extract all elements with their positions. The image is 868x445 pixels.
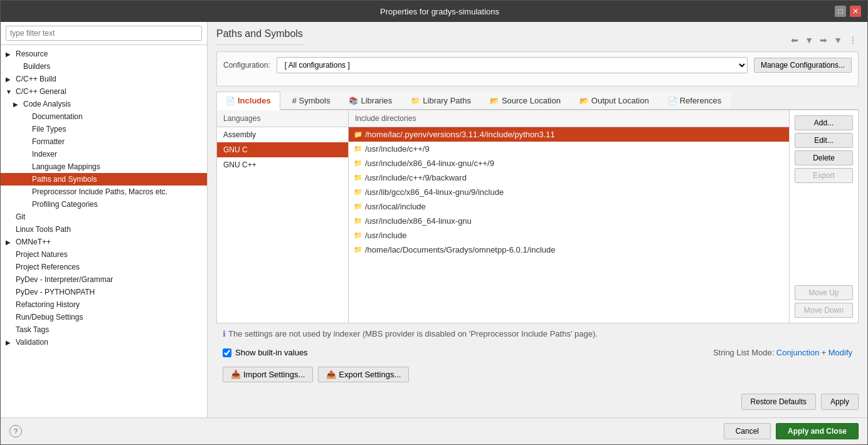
info-row: ℹ The settings are not used by indexer (… [216, 323, 859, 343]
tab-label-library-paths: Library Paths [423, 96, 471, 105]
sidebar-item-formatter[interactable]: Formatter [1, 135, 207, 148]
tree-label: Run/Debug Settings [16, 313, 83, 322]
include-path: /home/lac/Documents/Gradys/omnetpp-6.0.1… [365, 245, 556, 254]
tab-source-location[interactable]: 📂Source Location [480, 92, 570, 109]
sidebar-item-paths-and-symbols[interactable]: Paths and Symbols [1, 173, 207, 186]
manage-configurations-button[interactable]: Manage Configurations... [754, 58, 852, 73]
sidebar-item-builders[interactable]: Builders [1, 60, 207, 73]
sidebar-item-validation[interactable]: ▶Validation [1, 336, 207, 348]
include-item[interactable]: 📁/usr/include/c++/9/backward [349, 170, 789, 185]
dropdown-icon[interactable]: ▼ [803, 34, 815, 46]
show-builtin-label: Show built-in values [235, 348, 308, 357]
include-path: /usr/include/c++/9 [365, 144, 430, 154]
include-header: Include directories [349, 110, 789, 127]
tree-label: Resource [16, 50, 48, 58]
tree-label: Indexer [32, 150, 57, 159]
menu-icon[interactable]: ⋮ [847, 34, 859, 46]
modify-link[interactable]: Modify [828, 348, 852, 357]
tree-label: Formatter [32, 137, 65, 146]
import-settings-button[interactable]: 📥 Import Settings... [223, 367, 313, 382]
include-item[interactable]: 📁/home/lac/.pyenv/versions/3.11.4/includ… [349, 127, 789, 142]
include-path: /home/lac/.pyenv/versions/3.11.4/include… [365, 130, 555, 139]
include-item[interactable]: 📁/usr/include [349, 228, 789, 243]
sidebar-item-pydev-pythonpath[interactable]: PyDev - PYTHONPATH [1, 286, 207, 298]
import-icon: 📥 [231, 370, 241, 379]
include-path: /usr/include [365, 231, 406, 240]
include-item[interactable]: 📁/usr/include/x86_64-linux-gnu [349, 214, 789, 228]
sidebar-item-documentation[interactable]: Documentation [1, 110, 207, 123]
export-label: Export Settings... [339, 370, 401, 379]
export-icon: 📤 [326, 370, 336, 379]
sidebar-item-file-types[interactable]: File Types [1, 123, 207, 135]
tab-output-location[interactable]: 📂Output Location [570, 92, 659, 109]
conjunction-link[interactable]: Conjunction [776, 348, 820, 357]
include-item[interactable]: 📁/usr/include/c++/9 [349, 142, 789, 156]
sidebar-item-project-references[interactable]: Project References [1, 261, 207, 273]
export-button[interactable]: Export [795, 168, 853, 183]
tree-label: Refactoring History [16, 300, 80, 309]
sidebar-item-git[interactable]: Git [1, 211, 207, 223]
tab-references[interactable]: 📄References [659, 92, 731, 109]
sidebar: ▶ResourceBuilders▶C/C++ Build▼C/C++ Gene… [1, 22, 208, 417]
include-item[interactable]: 📁/home/lac/Documents/Gradys/omnetpp-6.0.… [349, 243, 789, 257]
tab-label-libraries: Libraries [361, 96, 392, 105]
tab-icon-includes: 📄 [226, 97, 235, 105]
tree: ▶ResourceBuilders▶C/C++ Build▼C/C++ Gene… [1, 45, 207, 417]
tab-includes[interactable]: 📄Includes [216, 92, 280, 110]
dropdown2-icon[interactable]: ▼ [832, 34, 844, 46]
lang-item-gnu-c[interactable]: GNU C [217, 142, 348, 157]
help-button[interactable]: ? [9, 425, 22, 437]
close-button[interactable]: ✕ [850, 6, 861, 17]
folder-icon: 📁 [354, 188, 363, 196]
edit-button[interactable]: Edit... [795, 133, 853, 148]
include-item[interactable]: 📁/usr/lib/gcc/x86_64-linux-gnu/9/include [349, 185, 789, 199]
apply-and-close-button[interactable]: Apply and Close [776, 423, 859, 439]
cancel-button[interactable]: Cancel [724, 423, 771, 439]
folder-icon: 📁 [354, 246, 363, 254]
sidebar-item-refactoring-history[interactable]: Refactoring History [1, 298, 207, 311]
maximize-button[interactable]: □ [835, 6, 846, 17]
sidebar-item-run-debug[interactable]: Run/Debug Settings [1, 311, 207, 323]
tab-icon-references: 📄 [668, 97, 677, 105]
restore-defaults-button[interactable]: Restore Defaults [741, 394, 816, 410]
tree-arrow: ▶ [6, 239, 13, 246]
show-builtin-checkbox[interactable] [223, 348, 231, 357]
sidebar-item-ccpp-general[interactable]: ▼C/C++ General [1, 85, 207, 98]
tab-symbols[interactable]: # Symbols [280, 92, 340, 109]
sidebar-item-linux-tools-path[interactable]: Linux Tools Path [1, 223, 207, 236]
sidebar-item-project-natures[interactable]: Project Natures [1, 248, 207, 261]
sidebar-item-indexer[interactable]: Indexer [1, 148, 207, 160]
sidebar-item-language-mappings[interactable]: Language Mappings [1, 160, 207, 173]
tab-libraries[interactable]: 📚Libraries [339, 92, 401, 109]
include-item[interactable]: 📁/usr/local/include [349, 199, 789, 214]
sidebar-item-resource[interactable]: ▶Resource [1, 48, 207, 60]
sidebar-item-ccpp-build[interactable]: ▶C/C++ Build [1, 73, 207, 85]
languages-panel: Languages AssemblyGNU CGNU C++ [217, 110, 349, 323]
lang-item-assembly[interactable]: Assembly [217, 127, 348, 142]
export-settings-button[interactable]: 📤 Export Settings... [318, 367, 409, 382]
config-select[interactable]: [ All configurations ] [277, 57, 748, 73]
sidebar-item-omnet[interactable]: ▶OMNeT++ [1, 236, 207, 248]
tab-icon-output-location: 📂 [580, 97, 589, 105]
tree-label: Git [16, 212, 25, 221]
include-item[interactable]: 📁/usr/include/x86_64-linux-gnu/c++/9 [349, 156, 789, 170]
tab-library-paths[interactable]: 📁Library Paths [401, 92, 480, 109]
delete-button[interactable]: Delete [795, 150, 853, 165]
lang-item-gnu-cpp[interactable]: GNU C++ [217, 157, 348, 172]
add-button[interactable]: Add... [795, 115, 853, 130]
move-down-button[interactable]: Move Down [795, 303, 853, 318]
sidebar-item-task-tags[interactable]: Task Tags [1, 323, 207, 336]
filter-input[interactable] [6, 26, 202, 41]
footer-left: ? [9, 425, 22, 437]
back-icon[interactable]: ⬅ [790, 34, 800, 46]
sidebar-item-code-analysis[interactable]: ▶Code Analysis [1, 98, 207, 110]
info-icon: ℹ [223, 329, 226, 338]
forward-icon[interactable]: ➡ [818, 34, 828, 46]
move-up-button[interactable]: Move Up [795, 285, 853, 300]
apply-button[interactable]: Apply [821, 394, 859, 410]
languages-list: AssemblyGNU CGNU C++ [217, 127, 348, 323]
sidebar-item-pydev-interpreter[interactable]: PyDev - Interpreter/Grammar [1, 273, 207, 286]
sidebar-item-preprocessor[interactable]: Preprocessor Include Paths, Macros etc. [1, 186, 207, 198]
sidebar-item-profiling-categories[interactable]: Profiling Categories [1, 198, 207, 211]
action-buttons: Add... Edit... Delete Export Move Up Mov… [789, 110, 858, 323]
